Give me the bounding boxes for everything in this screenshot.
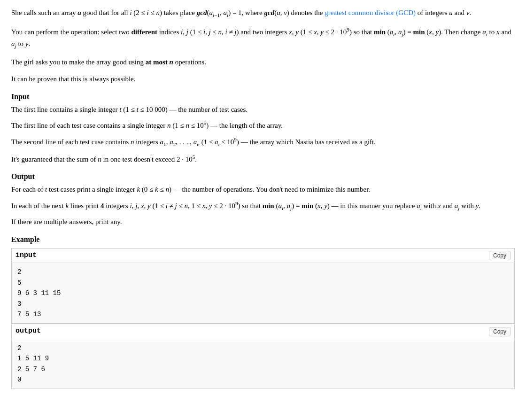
operation-paragraph: You can perform the operation: select tw… bbox=[11, 26, 515, 50]
input-title: Input bbox=[11, 91, 515, 102]
input-line3: The second line of each test case contai… bbox=[11, 136, 515, 148]
output-example-label: output bbox=[15, 326, 41, 337]
problem-statement: She calls such an array a good that for … bbox=[11, 8, 515, 389]
output-line2: In each of the next k lines print 4 inte… bbox=[11, 200, 515, 212]
input-example-label: input bbox=[15, 250, 37, 261]
output-example-content: 2 1 5 11 9 2 5 7 6 0 bbox=[12, 339, 514, 389]
var-i: i bbox=[130, 9, 132, 16]
input-copy-button[interactable]: Copy bbox=[489, 251, 511, 260]
output-title: Output bbox=[11, 171, 515, 182]
output-example-header: output Copy bbox=[12, 324, 514, 339]
gcd-link[interactable]: greatest common divisor (GCD) bbox=[325, 9, 416, 16]
input-example-box: input Copy 2 5 9 6 3 11 15 3 7 5 13 bbox=[11, 248, 515, 324]
input-line1: The first line contains a single integer… bbox=[11, 104, 515, 115]
output-section: Output For each of t test cases print a … bbox=[11, 171, 515, 227]
input-example-header: input Copy bbox=[12, 249, 514, 264]
input-example-content: 2 5 9 6 3 11 15 3 7 5 13 bbox=[12, 263, 514, 323]
var-a: a bbox=[77, 9, 81, 16]
input-section: Input The first line contains a single i… bbox=[11, 91, 515, 164]
example-title: Example bbox=[11, 234, 515, 245]
example-section: Example input Copy 2 5 9 6 3 11 15 3 7 5… bbox=[11, 234, 515, 389]
output-example-box: output Copy 2 1 5 11 9 2 5 7 6 0 bbox=[11, 324, 515, 389]
output-copy-button[interactable]: Copy bbox=[489, 327, 511, 336]
input-guaranteed: It's guaranteed that the sum of n in one… bbox=[11, 153, 515, 165]
input-line2: The first line of each test case contain… bbox=[11, 119, 515, 131]
ask-paragraph: The girl asks you to make the array good… bbox=[11, 57, 515, 68]
output-line1: For each of t test cases print a single … bbox=[11, 184, 515, 195]
output-multiple: If there are multiple answers, print any… bbox=[11, 217, 515, 227]
proven-paragraph: It can be proven that this is always pos… bbox=[11, 74, 515, 85]
intro-paragraph: She calls such an array a good that for … bbox=[11, 8, 515, 19]
